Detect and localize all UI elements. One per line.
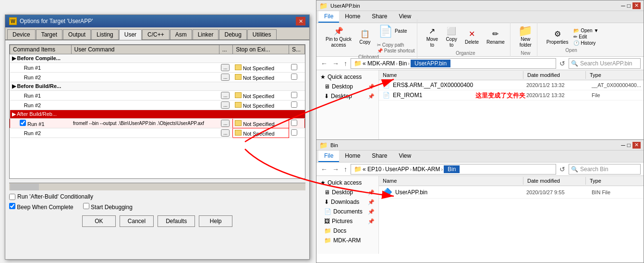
run1-checkbox[interactable] [20,120,26,126]
sidebar-item-mdk-bottom[interactable]: 📁 MDK-ARM [316,236,378,245]
back-button-top[interactable]: ← [319,60,329,67]
cmd-checkbox[interactable] [289,100,305,110]
ribbon-tab-view-bottom[interactable]: View [393,150,417,162]
ok-button[interactable]: OK [82,215,116,227]
open-sub-group: 📂 Open ▼ ✏ Edit 🕐 History [572,27,599,47]
rename-button[interactable]: ✏ Rename [483,26,508,47]
cmd-value[interactable] [71,73,219,82]
close-button[interactable]: ✕ [296,17,305,25]
cmd-name: Run #2 [10,128,72,138]
path-part-userapp[interactable]: UserAPP [385,166,409,173]
tab-user[interactable]: User [119,29,142,40]
defaults-button[interactable]: Defaults [158,215,195,227]
sidebar-item-desktop[interactable]: 🖥 Desktop 📌 [316,82,378,91]
cmd-btn[interactable]: ... [219,91,233,100]
start-debug-checkbox[interactable] [83,203,89,209]
copy-button[interactable]: 📋 Copy [356,26,374,47]
move-to-button[interactable]: ↗ Moveto [423,24,441,50]
paste-button[interactable]: 📄 Paste [375,20,411,42]
help-button[interactable]: Help [199,215,232,227]
cmd-value[interactable] [71,128,219,138]
sidebar-item-quick-access[interactable]: ★ Quick access [316,72,378,82]
after-build-checkbox[interactable] [9,194,15,200]
list-item[interactable]: 📄 ERS$.ARM.__AT_0X00000400 2020/11/2 13:… [379,80,644,90]
path-part-1[interactable]: « MDK-ARM [363,60,395,67]
paste-shortcut-option[interactable]: 📌 Paste shortcut [377,48,415,53]
tab-target[interactable]: Target [36,29,62,39]
properties-button[interactable]: ⚙ Properties [543,26,572,47]
path-part-ep10[interactable]: « EP10 [363,166,381,173]
cmd-checkbox[interactable] [289,128,305,138]
sidebar-item-downloads-bottom[interactable]: ⬇ Downloads 📌 [316,197,378,207]
cmd-btn[interactable]: ... [219,100,233,110]
cmd-checkbox[interactable] [289,73,305,82]
minimize-button[interactable]: ─ [621,2,625,9]
tab-cpp[interactable]: C/C++ [142,29,170,39]
tab-linker[interactable]: Linker [193,29,219,39]
tab-utilities[interactable]: Utilities [247,29,277,39]
close-button-bottom[interactable]: ✕ [632,142,641,149]
forward-button-bottom[interactable]: → [331,165,340,173]
path-current-top[interactable]: UserAPP.bin [411,60,450,67]
folder-icon [235,120,242,126]
path-part-2[interactable]: Bin [399,60,407,67]
cmd-checkbox[interactable] [289,91,305,100]
ribbon-tab-home-bottom[interactable]: Home [339,150,366,162]
path-part-mdk[interactable]: MDK-ARM [413,166,440,173]
tab-asm[interactable]: Asm [170,29,192,39]
tab-device[interactable]: Device [7,29,36,39]
cancel-button[interactable]: Cancel [120,215,154,227]
tab-listing[interactable]: Listing [91,29,119,39]
copy-path-option[interactable]: ✂ Copy path [377,42,415,48]
sidebar-item-downloads[interactable]: ⬇ Desktop 📌 [316,91,378,101]
start-debugging-label[interactable]: Start Debugging [83,203,133,211]
pin-to-quick-access-button[interactable]: 📌 Pin to Quickaccess [322,24,355,50]
tab-output[interactable]: Output [63,29,91,39]
cmd-value[interactable] [71,91,219,100]
cmd-btn[interactable]: ... [219,119,233,128]
cmd-checkbox[interactable] [289,63,305,73]
cmd-value[interactable] [71,63,219,73]
maximize-button[interactable]: □ [627,2,631,9]
list-item[interactable]: 🔷 UserAPP.bin 2020/10/27 9:55 BIN File [379,186,644,199]
search-box-bottom[interactable]: 🔍 Search Bin [569,164,641,175]
close-button[interactable]: ✕ [632,2,641,9]
cmd-checkbox[interactable] [289,119,305,128]
address-path-bottom[interactable]: 📁 « EP10 › UserAPP › MDK-ARM › Bin [351,164,556,175]
after-build-checkbox-label[interactable]: Run 'After-Build' Conditionally [9,193,93,200]
sidebar-item-desktop-bottom[interactable]: 🖥 Desktop 📌 [316,188,378,197]
refresh-button-bottom[interactable]: ↺ [558,165,567,173]
new-folder-button[interactable]: 📁 Newfolder [516,24,535,50]
up-button-bottom[interactable]: ↑ [342,165,349,173]
open-sub-option[interactable]: 📂 Open ▼ [573,28,598,33]
delete-button[interactable]: ✕ Delete [462,26,482,47]
forward-button-top[interactable]: → [331,60,340,67]
up-button-top[interactable]: ↑ [342,60,349,67]
sidebar-item-documents-bottom[interactable]: 📄 Documents 📌 [316,207,378,216]
cmd-btn[interactable]: ... [219,128,233,138]
sidebar-item-quick-access-bottom[interactable]: ★ Quick access [316,178,378,188]
minimize-button-bottom[interactable]: ─ [621,142,625,149]
tab-debug[interactable]: Debug [219,29,246,39]
copy-to-button[interactable]: ⬜ Copyto [442,24,461,50]
address-path-top[interactable]: 📁 « MDK-ARM › Bin › UserAPP.bin [351,58,556,69]
edit-sub-option[interactable]: ✏ Edit [573,34,587,39]
beep-checkbox-label[interactable]: Beep When Complete [9,203,73,211]
sidebar-item-docs-bottom[interactable]: 📁 Docs [316,226,378,236]
ribbon-tab-share-bottom[interactable]: Share [366,150,393,162]
cmd-value[interactable] [71,100,219,110]
cmd-value[interactable]: fromelf --bin --output .\Bin\UserAPP.bin… [71,119,219,128]
beep-checkbox[interactable] [9,203,15,209]
sidebar-item-pictures-bottom[interactable]: 🖼 Pictures 📌 [316,216,378,226]
col-user-command: User Command [71,45,219,54]
cmd-btn[interactable]: ... [219,63,233,73]
cmd-btn[interactable]: ... [219,73,233,82]
history-option[interactable]: 🕐 History [573,40,595,46]
maximize-button-bottom[interactable]: □ [627,142,631,149]
back-button-bottom[interactable]: ← [319,165,329,173]
ribbon-tab-file-bottom[interactable]: File [318,150,339,162]
search-box-top[interactable]: 🔍 Search UserAPP.bin [569,58,641,69]
refresh-button-top[interactable]: ↺ [558,60,567,67]
horizontal-scrollbar[interactable] [9,183,305,190]
path-current-bottom[interactable]: Bin [444,165,460,173]
